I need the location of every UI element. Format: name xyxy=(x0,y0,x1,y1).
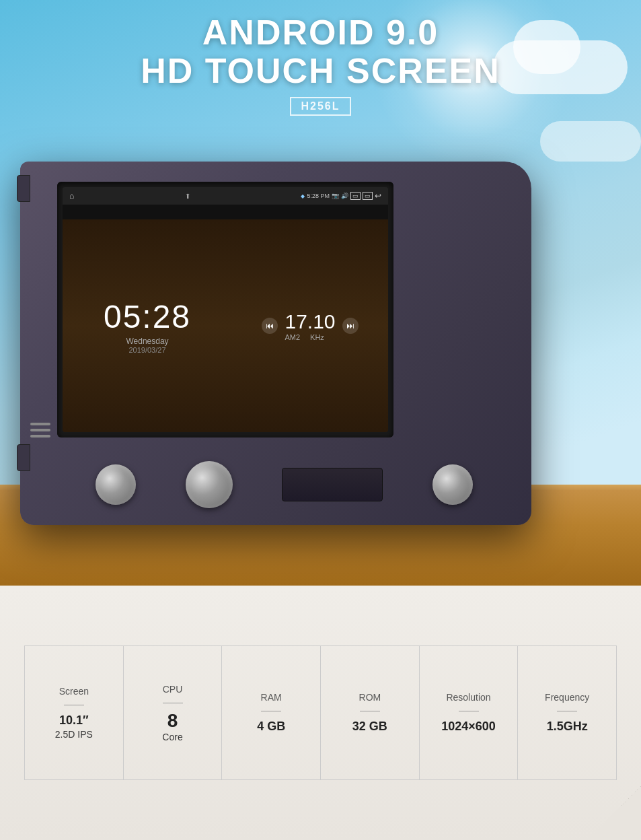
knob-right[interactable] xyxy=(432,464,473,505)
menu-line-2 xyxy=(30,429,50,431)
radio-prev-btn[interactable]: ⏮ xyxy=(262,318,278,334)
menu-line-1 xyxy=(30,423,50,425)
radio-unit: KHz xyxy=(310,333,324,341)
home-icon: ⌂ xyxy=(69,191,74,201)
status-time: 5:28 PM xyxy=(307,193,330,199)
spec-frequency-divider xyxy=(557,711,577,711)
header-text: ANDROID 9.0 HD TOUCH SCREEN H256L xyxy=(0,13,641,116)
screen-icon: ▭ xyxy=(363,192,373,200)
car-unit: ⌂ ⬆ ◆ 5:28 PM 📷 🔊 ▭ ▭ ↩ xyxy=(20,135,531,525)
screen-content: 05:28 Wednesday 2019/03/27 ⏮ 17.10 xyxy=(63,219,388,432)
back-icon: ↩ xyxy=(375,191,381,201)
title-line1: ANDROID 9.0 xyxy=(0,13,641,52)
model-badge: H256L xyxy=(290,97,350,116)
spec-rom-divider xyxy=(360,711,380,711)
screen-bezel: ⌂ ⬆ ◆ 5:28 PM 📷 🔊 ▭ ▭ ↩ xyxy=(57,182,393,438)
spec-cpu-label: CPU xyxy=(163,684,183,695)
spec-rom-label: ROM xyxy=(359,692,381,703)
cd-slot xyxy=(282,468,383,501)
status-bar xyxy=(63,205,388,219)
knob-left[interactable] xyxy=(96,464,136,505)
spec-cpu-divider xyxy=(163,703,183,703)
status-right: ◆ 5:28 PM 📷 🔊 ▭ ▭ ↩ xyxy=(301,191,381,201)
spec-frequency-value: 1.5GHz xyxy=(547,720,588,734)
clock-time: 05:28 xyxy=(104,298,191,335)
camera-icon: 📷 xyxy=(332,193,339,199)
spec-screen: Screen 10.1″ 2.5D IPS xyxy=(24,645,124,780)
radio-freq: 17.10 xyxy=(285,310,335,333)
spec-rom-value: 32 GB xyxy=(352,720,387,734)
screen-clock: 05:28 Wednesday 2019/03/27 xyxy=(63,219,232,432)
spec-frequency-label: Frequency xyxy=(545,692,589,703)
menu-lines xyxy=(30,423,50,438)
clock-day: Wednesday xyxy=(126,337,168,346)
knob-center[interactable] xyxy=(186,461,233,508)
android-nav-bar: ⌂ ⬆ ◆ 5:28 PM 📷 🔊 ▭ ▭ ↩ xyxy=(63,187,388,205)
spec-ram-divider xyxy=(261,711,281,711)
specs-section: Screen 10.1″ 2.5D IPS CPU 8 Core RAM 4 G… xyxy=(0,586,641,840)
radio-freq-display: 17.10 AM2 KHz xyxy=(285,310,335,341)
specs-container: Screen 10.1″ 2.5D IPS CPU 8 Core RAM 4 G… xyxy=(25,645,617,780)
spec-rom: ROM 32 GB xyxy=(320,645,420,780)
spec-resolution: Resolution 1024×600 xyxy=(419,645,519,780)
side-mount-top xyxy=(17,175,30,202)
spec-cpu-sub: Core xyxy=(162,732,182,742)
spec-ram: RAM 4 GB xyxy=(221,645,321,780)
speaker-icon: 🔊 xyxy=(341,193,348,199)
spec-cpu: CPU 8 Core xyxy=(123,645,223,780)
spec-frequency: Frequency 1.5GHz xyxy=(517,645,617,780)
radio-controls: ⏮ 17.10 AM2 KHz ⏭ xyxy=(262,310,358,341)
spec-cpu-value: 8 xyxy=(167,711,178,730)
title-line2: HD TOUCH SCREEN xyxy=(0,52,641,90)
wifi-icon: ◆ xyxy=(301,193,305,199)
box-icon: ▭ xyxy=(350,192,361,200)
radio-next-btn[interactable]: ⏭ xyxy=(342,318,359,334)
screen-display: ⌂ ⬆ ◆ 5:28 PM 📷 🔊 ▭ ▭ ↩ xyxy=(63,187,388,432)
car-bottom xyxy=(57,444,511,525)
spec-resolution-label: Resolution xyxy=(446,692,490,703)
radio-band: AM2 xyxy=(285,333,300,341)
menu-line-3 xyxy=(30,435,50,438)
usb-icon: ⬆ xyxy=(185,193,190,200)
spec-screen-value: 10.1″ xyxy=(59,713,89,728)
spec-ram-label: RAM xyxy=(261,692,282,703)
spec-screen-divider xyxy=(64,705,84,705)
clock-date: 2019/03/27 xyxy=(128,346,165,354)
radio-info: AM2 KHz xyxy=(285,333,335,341)
spec-resolution-value: 1024×600 xyxy=(441,720,496,734)
top-section: ANDROID 9.0 HD TOUCH SCREEN H256L ⌂ xyxy=(0,0,641,586)
spec-screen-sub: 2.5D IPS xyxy=(55,729,93,740)
spec-screen-label: Screen xyxy=(59,686,89,697)
spec-resolution-divider xyxy=(459,711,479,711)
spec-ram-value: 4 GB xyxy=(257,720,285,734)
screen-radio: ⏮ 17.10 AM2 KHz ⏭ xyxy=(232,219,388,432)
side-mount-bottom xyxy=(17,444,30,471)
car-frame: ⌂ ⬆ ◆ 5:28 PM 📷 🔊 ▭ ▭ ↩ xyxy=(20,162,531,525)
cloud2 xyxy=(540,121,641,162)
